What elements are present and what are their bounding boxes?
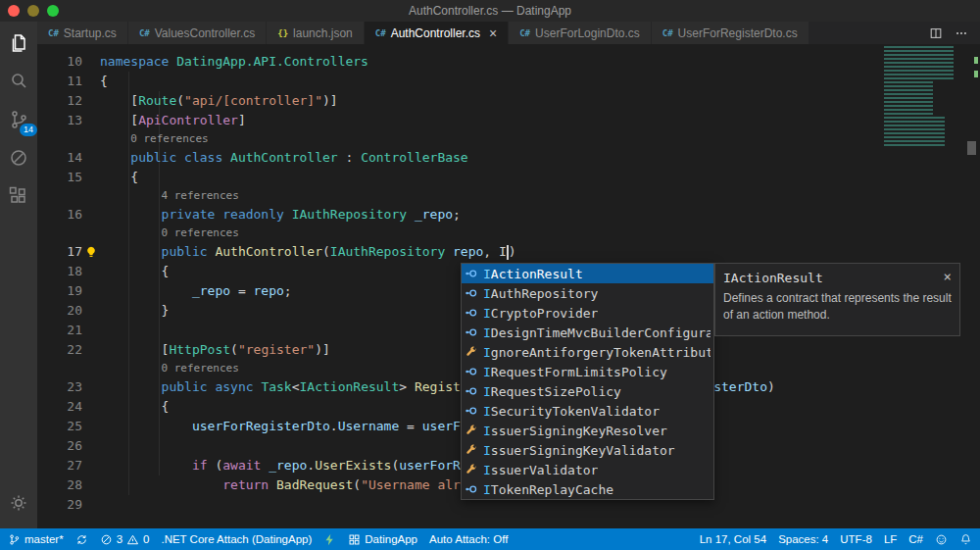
gutter-spacer — [82, 262, 100, 281]
line-number: 12 — [37, 91, 82, 111]
search-icon[interactable] — [7, 70, 30, 93]
gutter-spacer — [82, 456, 100, 475]
suggest-item[interactable]: ICryptoProvider — [462, 303, 713, 323]
suggest-item[interactable]: IAuthRepository — [462, 283, 713, 303]
minimize-window-button[interactable] — [27, 5, 39, 17]
codelens-references[interactable]: 0 references — [100, 225, 239, 242]
tab-label: Startup.cs — [64, 26, 117, 40]
encoding-status[interactable]: UTF-8 — [840, 528, 872, 550]
csharp-file-icon: C# — [375, 28, 386, 38]
suggest-item[interactable]: IgnoreAntiforgeryTokenAttribute — [462, 342, 713, 362]
codelens-row: 4 references — [37, 187, 980, 205]
tab-label: UserForLoginDto.cs — [535, 26, 640, 40]
gutter-spacer — [82, 130, 100, 148]
problems-status[interactable]: 3 0 — [100, 528, 150, 550]
tab-launch-json[interactable]: {}launch.json — [267, 22, 365, 44]
eol-status[interactable]: LF — [884, 528, 897, 550]
suggest-item[interactable]: IActionResult — [462, 264, 713, 283]
symbol-wrench-icon — [465, 463, 478, 476]
indentation-status[interactable]: Spaces: 4 — [778, 528, 828, 550]
minimap[interactable] — [884, 46, 968, 146]
suggest-item[interactable]: ISecurityTokenValidator — [462, 401, 713, 421]
gutter-spacer — [82, 281, 100, 301]
extensions-icon[interactable] — [7, 184, 30, 208]
symbol-interface-icon — [465, 482, 478, 496]
split-editor-icon[interactable] — [929, 26, 943, 40]
auto-attach-status[interactable]: Auto Attach: Off — [429, 528, 508, 550]
csharp-file-icon: C# — [139, 28, 150, 38]
scrollbar-slider[interactable] — [967, 141, 976, 155]
sync-icon[interactable] — [75, 528, 88, 550]
project-status[interactable]: DatingApp — [348, 528, 417, 550]
suggest-item[interactable]: IssuerSigningKeyValidator — [462, 440, 713, 460]
error-icon — [100, 533, 113, 546]
gutter-spacer — [82, 148, 100, 168]
line-number: 29 — [37, 495, 82, 515]
line-number — [37, 225, 82, 242]
line-number: 23 — [37, 377, 82, 397]
lightbulb-icon[interactable] — [82, 242, 100, 262]
csharp-file-icon: C# — [519, 28, 530, 38]
feedback-smiley-icon[interactable] — [935, 528, 948, 550]
settings-gear-icon[interactable] — [7, 491, 30, 515]
gutter-spacer — [82, 52, 100, 72]
csharp-file-icon: C# — [48, 28, 59, 38]
codelens-row: 0 references — [37, 225, 980, 242]
symbol-interface-icon — [465, 384, 478, 398]
suggest-item[interactable]: IDesignTimeMvcBuilderConfiguration — [462, 323, 713, 342]
tab-authcontroller-cs[interactable]: C#AuthController.cs× — [365, 22, 509, 44]
gutter-spacer — [82, 417, 100, 436]
line-number: 27 — [37, 456, 82, 475]
suggest-item-label: IssuerValidator — [483, 463, 598, 477]
gutter-spacer — [82, 111, 100, 130]
vscode-window: AuthController.cs — DatingApp 14 C#Start… — [0, 0, 980, 550]
branch-status[interactable]: master* — [8, 528, 64, 550]
code-row: 17 public AuthController(IAuthRepository… — [37, 242, 980, 262]
suggest-item[interactable]: IRequestSizePolicy — [462, 381, 713, 401]
symbol-interface-icon — [465, 404, 478, 418]
tab-userforlogindto-cs[interactable]: C#UserForLoginDto.cs — [509, 22, 652, 44]
suggest-item-label: IRequestSizePolicy — [483, 384, 621, 399]
suggest-item[interactable]: ITokenReplayCache — [462, 479, 713, 499]
status-bar: master* 3 0 .NET Core Attach (DatingApp)… — [0, 528, 980, 550]
close-window-button[interactable] — [8, 5, 20, 17]
tab-userforregisterdto-cs[interactable]: C#UserForRegisterDto.cs — [652, 22, 809, 44]
line-number — [37, 360, 82, 377]
more-actions-icon[interactable] — [955, 26, 968, 40]
line-number: 21 — [37, 321, 82, 340]
suggest-docs: IActionResult × Defines a contract that … — [714, 263, 960, 336]
debug-icon[interactable] — [7, 146, 30, 170]
symbol-wrench-icon — [465, 443, 478, 457]
codelens-references[interactable]: 4 references — [100, 187, 239, 205]
close-icon[interactable]: × — [944, 271, 952, 282]
zoom-window-button[interactable] — [47, 5, 59, 17]
source-control-icon[interactable]: 14 — [7, 108, 30, 131]
language-mode-status[interactable]: C# — [908, 528, 923, 550]
close-icon[interactable]: × — [489, 28, 497, 38]
code-row: 16 private readonly IAuthRepository _rep… — [37, 205, 980, 225]
codelens-references[interactable]: 0 references — [100, 130, 209, 148]
cursor-position-status[interactable]: Ln 17, Col 54 — [700, 528, 766, 550]
codelens-references[interactable]: 0 references — [100, 360, 239, 377]
debug-config-status[interactable]: .NET Core Attach (DatingApp) — [161, 528, 312, 550]
gutter-spacer — [82, 475, 100, 495]
tab-startup-cs[interactable]: C#Startup.cs — [37, 22, 128, 44]
code-row: 14 public class AuthController : Control… — [37, 148, 980, 168]
notifications-bell-icon[interactable] — [959, 528, 972, 550]
line-number: 17 — [37, 242, 82, 262]
suggest-item[interactable]: IRequestFormLimitsPolicy — [462, 362, 713, 381]
tab-valuescontroller-cs[interactable]: C#ValuesController.cs — [128, 22, 267, 44]
gutter-spacer — [82, 495, 100, 515]
suggest-item-label: IgnoreAntiforgeryTokenAttribute — [483, 345, 710, 360]
activity-bar: 14 — [0, 22, 37, 528]
gutter-spacer — [82, 91, 100, 111]
code-row: 11{ — [37, 72, 980, 91]
suggest-item[interactable]: IssuerSigningKeyResolver — [462, 421, 713, 440]
symbol-wrench-icon — [465, 345, 478, 359]
json-file-icon: {} — [277, 28, 288, 38]
zap-icon[interactable] — [323, 528, 336, 550]
suggest-item-label: IAuthRepository — [483, 286, 598, 301]
explorer-icon[interactable] — [7, 31, 30, 55]
line-number — [37, 187, 82, 205]
suggest-item[interactable]: IssuerValidator — [462, 460, 713, 479]
